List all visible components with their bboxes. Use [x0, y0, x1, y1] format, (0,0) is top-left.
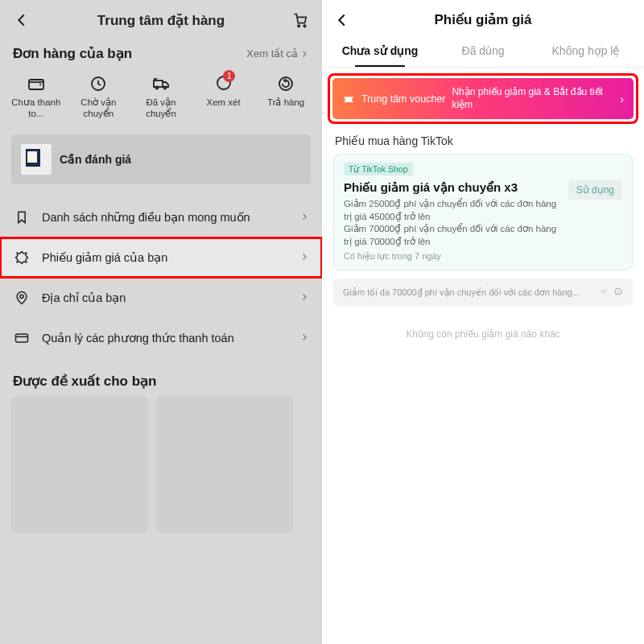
order-status-row: Chưa thanh to... Chờ vận chuyển Đã vận c… [0, 70, 322, 131]
svg-point-5 [155, 87, 158, 89]
status-review[interactable]: 1 Xem xét [192, 73, 255, 120]
voucher-center-highlight: Trung tâm voucher Nhận phiếu giảm giá & … [330, 76, 636, 122]
no-more-coupons-label: Không còn phiếu giảm giá nào khác [322, 319, 644, 349]
banner-left-label: Trung tâm voucher [361, 93, 445, 105]
use-coupon-button[interactable]: Sử dụng [568, 180, 622, 200]
chevron-right-icon [299, 251, 309, 264]
back-icon[interactable] [333, 11, 351, 29]
review-needed-card[interactable]: Cần đánh giá [11, 134, 311, 184]
info-icon [613, 287, 623, 298]
menu-wishlist[interactable]: Danh sách những điều bạn mong muốn [0, 197, 322, 237]
review-prompt-label: Cần đánh giá [60, 153, 131, 166]
tab-label: Không hợp lệ [552, 44, 621, 57]
coupon-icon [13, 249, 31, 266]
menu-label: Địa chỉ của bạn [42, 291, 288, 304]
menu-coupons[interactable]: Phiếu giảm giá của bạn [0, 237, 322, 278]
chevron-right-icon [299, 291, 309, 304]
menu-label: Phiếu giảm giá của bạn [42, 251, 288, 264]
chevron-right-icon: › [620, 93, 624, 105]
truck-icon [130, 73, 192, 94]
back-icon[interactable] [13, 11, 31, 29]
return-icon [254, 73, 317, 94]
svg-rect-10 [16, 334, 28, 342]
recommend-grid [0, 396, 322, 533]
status-label: Xem xét [192, 97, 255, 109]
coupon-footer-text: Giảm tối đa 70000₫ phí vận chuyển đối vớ… [343, 287, 594, 298]
wallet-icon [5, 73, 68, 94]
page-title: Phiếu giảm giá [434, 11, 531, 28]
tab-unused[interactable]: Chưa sử dụng [328, 36, 431, 67]
coupon-title: Phiếu giảm giá vận chuyển x3 [344, 180, 562, 195]
location-icon [13, 289, 31, 307]
recommend-card[interactable] [156, 396, 293, 533]
orders-section-head: Đơn hàng của bạn Xem tất cả [0, 39, 322, 70]
status-unpaid[interactable]: Chưa thanh to... [5, 73, 68, 120]
status-label: Đã vận chuyển [130, 97, 192, 120]
account-menu: Danh sách những điều bạn mong muốn Phiếu… [0, 197, 322, 358]
menu-payment[interactable]: Quản lý các phương thức thanh toán [0, 318, 322, 358]
svg-rect-4 [154, 80, 163, 87]
card-icon [13, 329, 31, 347]
banner-right-label: Nhận phiếu giảm giá & Bắt đầu tiết kiệm [452, 86, 613, 111]
see-all-link[interactable]: Xem tất cả [246, 47, 309, 60]
page-title: Trung tâm đặt hàng [31, 12, 291, 29]
order-center-screen: Trung tâm đặt hàng Đơn hàng của bạn Xem … [0, 0, 322, 644]
svg-rect-2 [29, 80, 43, 89]
svg-point-0 [298, 25, 300, 27]
recommend-card[interactable] [11, 396, 148, 533]
tab-used[interactable]: Đã dùng [431, 36, 535, 67]
menu-label: Danh sách những điều bạn mong muốn [42, 211, 288, 224]
svg-point-1 [303, 25, 306, 27]
svg-point-6 [163, 87, 166, 89]
section-label: Phiếu mua hàng TikTok [322, 133, 644, 154]
see-all-label: Xem tất cả [246, 47, 298, 60]
left-header: Trung tâm đặt hàng [0, 0, 322, 39]
status-label: Chờ vận chuyển [68, 97, 130, 120]
tab-invalid[interactable]: Không hợp lệ [535, 36, 638, 67]
tab-label: Chưa sử dụng [342, 44, 419, 57]
right-header: Phiếu giảm giá [322, 0, 644, 36]
coupon-screen: Phiếu giảm giá Chưa sử dụng Đã dùng Khôn… [322, 0, 644, 644]
chevron-right-icon [299, 332, 309, 345]
recommend-heading: Được đề xuất cho bạn [0, 358, 322, 396]
tab-label: Đã dùng [462, 44, 505, 57]
coupon-condition: Giảm 25000₫ phí vận chuyển đối với các đ… [344, 198, 562, 223]
product-thumbnail [21, 144, 52, 175]
voucher-center-banner[interactable]: Trung tâm voucher Nhận phiếu giảm giá & … [332, 78, 634, 119]
status-label: Trả hàng [254, 97, 317, 109]
coupon-footer-row[interactable]: Giảm tối đa 70000₫ phí vận chuyển đối vớ… [333, 279, 633, 306]
ticket-icon [342, 93, 355, 105]
menu-address[interactable]: Địa chỉ của bạn [0, 278, 322, 318]
status-return[interactable]: Trả hàng [254, 73, 317, 120]
coupon-card[interactable]: Từ TikTok Shop Phiếu giảm giá vận chuyển… [333, 154, 633, 270]
coupon-condition: Giảm 70000₫ phí vận chuyển đối với các đ… [344, 223, 562, 248]
status-shipped[interactable]: Đã vận chuyển [130, 73, 192, 120]
status-awaiting-ship[interactable]: Chờ vận chuyển [68, 73, 130, 120]
chevron-down-icon [599, 287, 609, 298]
chevron-right-icon [299, 211, 309, 224]
clock-icon [68, 73, 130, 94]
menu-label: Quản lý các phương thức thanh toán [42, 332, 288, 345]
bookmark-icon [13, 208, 31, 226]
coupon-validity: Có hiệu lực trong 7 ngày [344, 251, 562, 262]
svg-point-9 [20, 295, 23, 298]
status-label: Chưa thanh to... [5, 97, 68, 120]
cart-icon[interactable] [291, 11, 309, 29]
orders-heading: Đơn hàng của bạn [13, 45, 132, 62]
coupon-source-tag: Từ TikTok Shop [344, 163, 413, 175]
coupon-tabs: Chưa sử dụng Đã dùng Không hợp lệ [322, 36, 644, 68]
